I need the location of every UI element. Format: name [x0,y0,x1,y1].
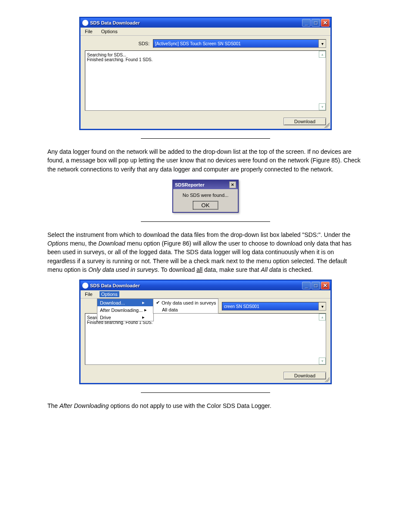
messagebox-body: No SDS were found... [177,193,234,198]
minimize-button[interactable]: _ [302,19,311,27]
sds-label: SDS: [85,41,149,46]
scroll-down-icon[interactable]: ▾ [319,358,326,364]
menu-download[interactable]: Download...▸ [97,299,153,306]
maximize-button[interactable]: □ [311,19,320,27]
sds-dropdown-value: creen SN SDS001 [224,304,259,309]
submenu-arrow-icon: ▸ [142,314,145,320]
paragraph-1: Any data logger found on the network wil… [47,147,364,174]
close-button[interactable]: ✕ [321,282,330,289]
window-sds-downloader-1: SDS Data Downloader _ □ ✕ File Options S… [80,17,331,130]
download-button[interactable]: Download [283,372,326,380]
sds-dropdown[interactable]: creen SN SDS001 ▾ [222,302,326,311]
messagebox-ok-button[interactable]: OK [193,201,218,209]
menu-options[interactable]: Options [100,291,119,297]
menubar: File Options [81,290,330,299]
dropdown-arrow-icon[interactable]: ▾ [318,40,326,47]
app-icon [82,283,88,289]
check-icon: ✔ [156,300,160,305]
dropdown-arrow-icon[interactable]: ▾ [318,302,326,310]
paragraph-2: Select the instrument from which to down… [47,230,364,274]
messagebox-no-sds: SDSReporter ✕ No SDS were found... OK [172,180,239,213]
divider [141,138,270,139]
divider [141,392,270,393]
options-dropdown: Download...▸ After Downloading...▸ Drive… [97,299,154,321]
app-icon [82,20,88,26]
log-line: Finished searching. Found 1 SDS. [87,57,324,62]
maximize-button[interactable]: □ [311,282,320,289]
messagebox-titlebar[interactable]: SDSReporter ✕ [173,180,238,189]
menubar: File Options [81,28,330,36]
menu-options[interactable]: Options [100,28,119,34]
menu-file[interactable]: File [83,28,94,34]
window-title: SDS Data Downloader [90,283,140,288]
menu-file[interactable]: File [83,291,94,297]
menu-drive[interactable]: Drive▸ [97,314,153,321]
window-sds-downloader-2: SDS Data Downloader _ □ ✕ File Options D… [80,280,331,384]
menu-all-data[interactable]: All data [153,306,218,313]
scroll-up-icon[interactable]: ▴ [319,51,326,58]
download-button[interactable]: Download [283,118,326,125]
scroll-down-icon[interactable]: ▾ [319,103,326,110]
paragraph-3: The After Downloading options do not app… [47,401,364,410]
menu-after-downloading[interactable]: After Downloading...▸ [97,306,153,314]
minimize-button[interactable]: _ [302,282,311,289]
titlebar[interactable]: SDS Data Downloader _ □ ✕ [81,18,330,28]
submenu-arrow-icon: ▸ [144,307,147,313]
sds-dropdown[interactable]: [ActiveSync] SDS Touch Screen SN SDS001 … [153,39,326,48]
scroll-up-icon[interactable]: ▴ [319,314,326,320]
submenu-arrow-icon: ▸ [142,300,145,305]
log-area: Searching for SDS... Finished searching.… [85,50,326,111]
menu-only-surveys[interactable]: ✔ Only data used in surveys [153,299,218,306]
sds-dropdown-value: [ActiveSync] SDS Touch Screen SN SDS001 [155,41,241,46]
close-button[interactable]: ✕ [321,19,330,27]
window-title: SDS Data Downloader [90,20,140,25]
messagebox-title: SDSReporter [175,182,229,187]
download-submenu: ✔ Only data used in surveys All data [153,299,218,314]
log-line: Searching for SDS... [87,53,324,57]
divider [141,221,270,222]
titlebar[interactable]: SDS Data Downloader _ □ ✕ [81,281,330,290]
messagebox-close-icon[interactable]: ✕ [229,181,236,188]
